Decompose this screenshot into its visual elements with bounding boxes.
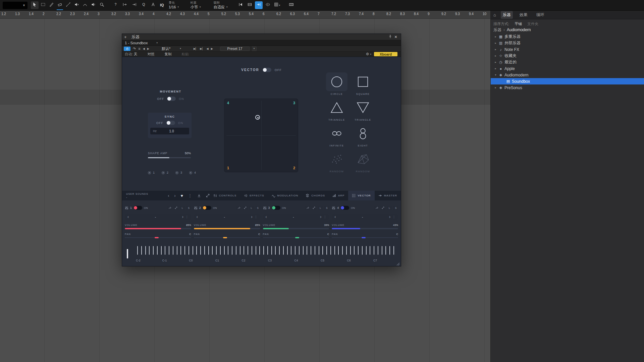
shape-eight-button[interactable]: EIGHT [352, 124, 374, 147]
plugin-titlebar[interactable]: + 乐器 × [122, 34, 401, 40]
window-layout-dropdown[interactable]: ▼ [3, 2, 28, 9]
automation-value[interactable]: 关 [134, 52, 138, 57]
channel-solo-button[interactable]: S [256, 206, 260, 210]
skip-prev-icon[interactable]: ▶▏ [194, 47, 198, 50]
paste-button[interactable]: 粘贴 [181, 52, 189, 57]
favorite-heart-icon[interactable]: ♥ [181, 194, 183, 198]
browser-item-audiomodern[interactable]: ▾◈Audiomodern [491, 72, 644, 78]
grid-options-button[interactable]: ▾ [273, 1, 281, 9]
pin-icon[interactable] [387, 34, 393, 40]
quantize-dropdown[interactable]: 量化 1/16▾ [169, 1, 179, 9]
gear-icon[interactable]: ⚙ [366, 52, 369, 56]
resize-grip[interactable] [396, 261, 400, 265]
tab-vector[interactable]: VECTOR [348, 191, 374, 200]
vector-slot-3-radio[interactable]: 3 [175, 171, 182, 174]
browser-item-recent[interactable]: ▸◷最近的 [491, 59, 644, 65]
more-options-icon[interactable]: ⋮ [392, 215, 395, 219]
more-options-icon[interactable]: ⋮ [255, 215, 258, 219]
zoom-tool-button[interactable] [98, 1, 106, 9]
goto-start-button[interactable] [237, 1, 245, 9]
channel-expand-button[interactable] [381, 206, 385, 210]
pan-slider[interactable] [194, 237, 260, 238]
range-tool-button[interactable] [39, 1, 47, 9]
iq-toggle[interactable]: IQ [160, 3, 164, 7]
download-icon[interactable] [197, 194, 201, 197]
eraser-tool-button[interactable] [56, 1, 64, 9]
line-tool-button[interactable] [64, 1, 72, 9]
browser-item-note-fx[interactable]: ▸♪Note FX [491, 46, 644, 53]
channel-3-on-toggle[interactable] [272, 206, 280, 210]
tab-modulation[interactable]: MODULATION [268, 191, 302, 200]
channel-solo-button[interactable]: S [393, 206, 398, 210]
tab-arp[interactable]: ARP [329, 191, 348, 200]
quantize-q-button[interactable]: Q [140, 1, 148, 9]
return-arrow-button[interactable] [255, 1, 263, 9]
pan-slider[interactable] [332, 237, 398, 238]
channel-edit-button[interactable] [236, 206, 241, 210]
pan-slider[interactable] [125, 237, 191, 238]
preset-prev-icon[interactable]: ◀ [207, 47, 209, 50]
next-sound-icon[interactable]: › [389, 215, 390, 219]
channel-solo-button[interactable]: S [186, 206, 191, 210]
xboard-button[interactable]: Xboard [374, 52, 397, 56]
timeline-ruler[interactable]: 1.21.31.422.22.32.433.23.33.444.24.34.45… [0, 11, 490, 19]
dual-view-button[interactable] [264, 1, 272, 9]
browser-item-external-instruments[interactable]: ▸▥外部乐器 [491, 40, 644, 46]
volume-slider[interactable] [125, 228, 191, 229]
sort-secondary-option[interactable]: 文件夹 [527, 21, 538, 26]
next-sound-icon[interactable]: › [320, 215, 321, 219]
close-icon[interactable]: × [393, 35, 399, 39]
macro-button[interactable] [149, 1, 157, 9]
user-sounds-block[interactable]: USER SOUNDS - [122, 192, 159, 199]
help-button[interactable]: ? [112, 1, 119, 9]
preset-bank-dropdown[interactable]: 默认* ▾ [152, 46, 191, 51]
home-icon[interactable]: ⌂ [493, 12, 496, 17]
pointer-tool-button[interactable] [31, 1, 39, 9]
shape-square-button[interactable]: SQUARE [352, 72, 374, 96]
routing-icon[interactable]: ↷ [133, 47, 136, 51]
channel-latch-button[interactable]: L [249, 206, 254, 210]
channel-edit-button[interactable] [305, 206, 310, 210]
tab-master[interactable]: MASTER [375, 191, 401, 200]
vector-pad[interactable]: 4 3 1 2 [224, 99, 298, 172]
mute-tool-button[interactable] [73, 1, 80, 9]
mini-keyboard[interactable]: C-2C-1C0C1C2C3C4C5C6C7 [125, 243, 398, 264]
expand-icon[interactable] [206, 194, 210, 197]
channel-edit-button[interactable] [167, 206, 172, 210]
sync-rate-field[interactable]: Hz 1.0 [150, 128, 189, 134]
channel-sound-selector[interactable]: ‹-›⋮ [125, 214, 191, 220]
channel-1-on-toggle[interactable] [133, 206, 142, 210]
shape-circle-button[interactable]: CIRCLE [326, 72, 347, 96]
event-list-icon[interactable]: ≡ [138, 47, 140, 51]
channel-sound-selector[interactable]: ‹-›⋮ [332, 214, 398, 220]
channel-latch-button[interactable]: L [318, 206, 323, 210]
next-sound-icon[interactable]: › [174, 194, 176, 198]
compare-button[interactable]: 对照 [147, 52, 154, 57]
skip-next-icon[interactable]: ▶▏ [200, 47, 204, 50]
next-sound-icon[interactable]: › [251, 215, 253, 219]
vector-slot-1-radio[interactable]: 1 [148, 171, 155, 174]
copy-button[interactable]: 复制 [164, 52, 171, 57]
shape-random-shape-button[interactable]: RANDOM [352, 150, 374, 173]
tab-controls[interactable]: CONTROLS [210, 191, 240, 200]
vector-puck[interactable] [255, 115, 260, 120]
channel-latch-button[interactable]: L [387, 206, 392, 210]
more-options-icon[interactable]: ⋮ [188, 194, 192, 198]
shape-triangle-down-button[interactable]: TRIANGLE [352, 98, 374, 121]
snap-dropdown[interactable]: 吸附 自适应▾ [214, 1, 228, 9]
volume-slider[interactable] [332, 228, 398, 229]
vector-slot-2-radio[interactable]: 2 [162, 171, 168, 174]
prev-arrow-icon[interactable]: ◀ [143, 47, 145, 50]
browser-item-favorites[interactable]: ▸☆收藏夹 [491, 53, 644, 59]
pan-slider[interactable] [263, 237, 329, 238]
sort-mode-option[interactable]: 平铺 [515, 21, 522, 26]
next-sound-icon[interactable]: › [182, 215, 183, 219]
browser-tab-effects[interactable]: 效果 [518, 11, 530, 19]
volume-slider[interactable] [194, 228, 260, 229]
bend-tool-button[interactable] [81, 1, 89, 9]
follow-button[interactable] [121, 1, 129, 9]
browser-item-soundbox[interactable]: ▤Soundbox [491, 78, 644, 84]
tab-chords[interactable]: CHORDS [302, 191, 329, 200]
timebase-dropdown[interactable]: 时基 小节▾ [191, 1, 201, 9]
channel-solo-button[interactable]: S [324, 206, 329, 210]
